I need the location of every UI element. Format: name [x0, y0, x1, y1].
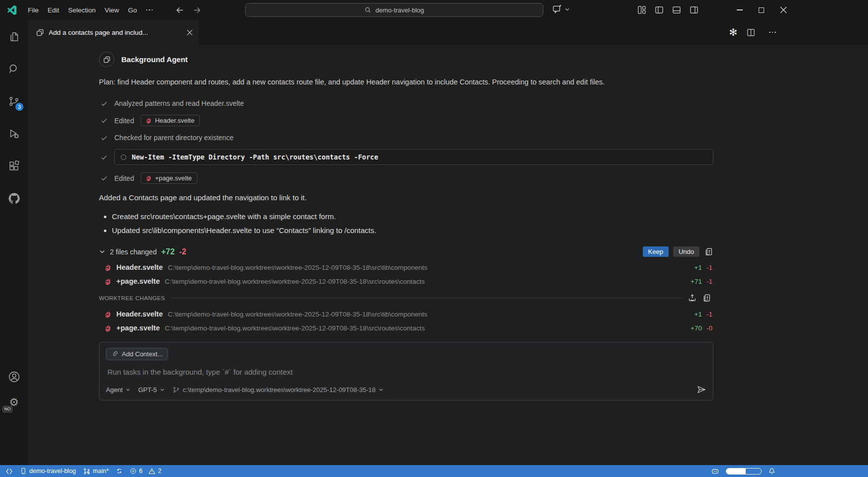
back-arrow-icon[interactable]: [175, 5, 184, 15]
step-command: New-Item -ItemType Directory -Path src\r…: [99, 149, 713, 165]
file-added: +1: [694, 264, 702, 271]
accounts-icon[interactable]: [7, 370, 21, 384]
forward-arrow-icon[interactable]: [192, 5, 202, 15]
bullet-item: Updated src\lib\components\Header.svelte…: [112, 226, 713, 235]
step-text: Analyzed patterns and read Header.svelte: [114, 99, 244, 107]
step-text: Edited: [114, 174, 134, 182]
error-count: 6: [139, 468, 143, 475]
divider: [171, 298, 682, 298]
command-center-search[interactable]: demo-travel-blog: [245, 3, 543, 17]
menu-view[interactable]: View: [100, 4, 124, 16]
close-tab-icon[interactable]: [186, 29, 193, 36]
terminal-command-box[interactable]: New-Item -ItemType Directory -Path src\r…: [114, 149, 713, 165]
step-edited-header: Edited Header.svelte: [99, 115, 713, 126]
changed-file-row[interactable]: Header.svelte C:\temp\demo-travel-blog.w…: [99, 263, 713, 271]
svelte-icon: [104, 264, 111, 271]
close-window-button[interactable]: [780, 6, 787, 13]
step-text: Checked for parent directory existence: [114, 134, 234, 142]
mode-label: Agent: [106, 386, 123, 394]
check-icon: [100, 174, 108, 182]
menu-file[interactable]: File: [23, 4, 43, 16]
chevron-down-icon: [160, 388, 165, 392]
worktree-picker[interactable]: c:\temp\demo-travel-blog.worktrees\workt…: [173, 386, 383, 394]
add-context-label: Add Context...: [122, 350, 163, 358]
maximize-button[interactable]: [759, 7, 764, 13]
file-chip-header-svelte[interactable]: Header.svelte: [141, 115, 200, 126]
svelte-icon: [104, 278, 111, 285]
add-context-button[interactable]: Add Context...: [106, 348, 168, 360]
send-button[interactable]: [696, 385, 706, 395]
warning-icon: [148, 468, 156, 475]
tab-background-agent[interactable]: Add a contacts page and includ...: [28, 20, 199, 45]
settings-gear-icon[interactable]: ⚙ NO: [7, 396, 21, 409]
tab-label: Add a contacts page and includ...: [49, 29, 182, 36]
toggle-panel-icon[interactable]: [672, 5, 682, 15]
worktree-path-label: c:\temp\demo-travel-blog.worktrees\workt…: [183, 386, 376, 394]
summary-text: Added a Contacts page and updated the na…: [99, 193, 713, 202]
notifications-bell-icon[interactable]: [768, 468, 776, 475]
explorer-icon[interactable]: [7, 30, 21, 44]
paperclip-icon: [111, 351, 118, 358]
chevron-down-icon: [565, 7, 570, 12]
github-icon[interactable]: [7, 191, 21, 205]
menu-edit[interactable]: Edit: [43, 4, 64, 16]
remote-indicator[interactable]: [2, 465, 16, 477]
sync-indicator[interactable]: [112, 465, 126, 477]
worktree-changes-header: WORKTREE CHANGES: [99, 293, 713, 303]
customize-layout-icon[interactable]: [637, 5, 647, 15]
split-editor-icon[interactable]: [746, 28, 756, 37]
openai-logo-icon[interactable]: ✻: [729, 27, 737, 37]
copilot-chat-button[interactable]: [552, 4, 570, 14]
more-actions-icon[interactable]: [765, 29, 781, 36]
search-view-icon[interactable]: [7, 62, 21, 76]
worktree-file-row[interactable]: Header.svelte C:\temp\demo-travel-blog.w…: [99, 310, 713, 318]
error-icon: [130, 468, 137, 475]
extensions-icon[interactable]: [7, 159, 21, 173]
model-picker[interactable]: GPT-5: [138, 386, 165, 394]
check-icon: [100, 117, 108, 124]
warning-count: 2: [158, 468, 162, 475]
chat-input-footer: Agent GPT-5 c:\temp\demo-travel-blog.wor…: [106, 385, 706, 395]
progress-indicator: [726, 468, 762, 475]
menu-selection[interactable]: Selection: [64, 4, 100, 16]
summary-bullets: Created src\routes\contacts+page.svelte …: [112, 212, 713, 235]
apply-changes-icon[interactable]: [688, 293, 697, 303]
model-label: GPT-5: [138, 386, 157, 394]
run-debug-icon[interactable]: [7, 127, 21, 141]
menu-go[interactable]: Go: [124, 4, 142, 16]
toggle-sidebar-left-icon[interactable]: [654, 5, 664, 15]
chat-sparkle-icon: [552, 4, 562, 14]
file-added: +1: [694, 311, 702, 318]
file-chip-page-svelte[interactable]: +page.svelte: [141, 172, 197, 184]
worktree-file-row[interactable]: +page.svelte C:\temp\demo-travel-blog.wo…: [99, 324, 713, 332]
changed-file-row[interactable]: +page.svelte C:\temp\demo-travel-blog.wo…: [99, 277, 713, 285]
files-changed-label: 2 files changed: [110, 248, 157, 256]
chat-input-box[interactable]: Add Context... Run tasks in the backgrou…: [99, 342, 713, 400]
copilot-status-icon[interactable]: [711, 467, 719, 476]
project-indicator[interactable]: demo-travel-blog: [16, 465, 80, 477]
problems-indicator[interactable]: 6 2: [126, 465, 165, 477]
chat-input-placeholder[interactable]: Run tasks in the background, type `#` fo…: [107, 368, 705, 376]
vscode-logo-icon: [6, 4, 17, 16]
minimize-button[interactable]: [737, 9, 743, 10]
files-changed-header[interactable]: 2 files changed +72 -2 Keep Undo: [99, 246, 713, 257]
branch-indicator[interactable]: main*: [80, 465, 112, 477]
svelte-icon: [104, 311, 111, 318]
title-bar-left: File Edit Selection View Go: [6, 0, 202, 20]
history-nav: [175, 5, 202, 15]
profile-badge: NO: [2, 406, 12, 412]
agent-title: Background Agent: [121, 55, 188, 64]
menu-more-icon[interactable]: [142, 6, 158, 14]
diff-files-icon[interactable]: [702, 293, 711, 303]
toggle-sidebar-right-icon[interactable]: [689, 5, 699, 15]
total-removed: -2: [179, 247, 186, 256]
view-all-changes-icon[interactable]: [704, 247, 713, 256]
undo-button[interactable]: Undo: [673, 246, 699, 257]
keep-button[interactable]: Keep: [643, 246, 669, 257]
source-control-icon[interactable]: 3: [7, 94, 21, 108]
file-name: +page.svelte: [116, 324, 160, 332]
agent-header: Background Agent: [99, 52, 713, 67]
mode-picker[interactable]: Agent: [106, 386, 130, 394]
check-icon: [100, 154, 108, 161]
chip-label: Header.svelte: [155, 117, 195, 124]
